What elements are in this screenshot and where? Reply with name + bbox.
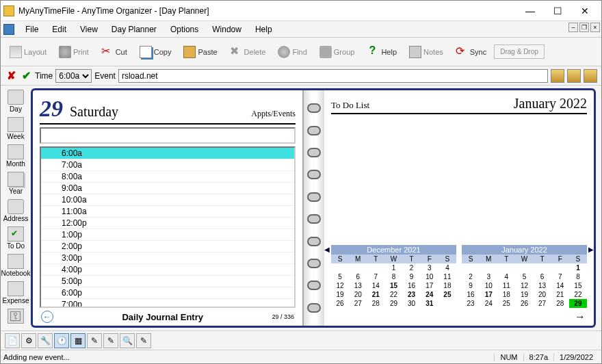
minical-day[interactable]: 1 (569, 263, 587, 272)
minical-day[interactable]: 1 (384, 263, 402, 272)
group-button[interactable]: Group (315, 42, 360, 62)
todo-body[interactable]: ◀ December 2021 SMTWTFS 1234567891011121… (331, 117, 587, 308)
minical-day[interactable]: 29 (384, 299, 402, 308)
minical-day[interactable]: 19 (515, 290, 533, 299)
delete-button[interactable]: Delete (225, 42, 271, 62)
minical-day[interactable]: 10 (421, 272, 439, 281)
minical-day[interactable]: 28 (551, 299, 569, 308)
next-day-button[interactable]: → (575, 311, 586, 323)
help-button[interactable]: Help (362, 42, 402, 62)
time-slot[interactable]: 1:00p (41, 229, 294, 241)
view-btn-9[interactable]: ✎ (136, 333, 151, 348)
menu-file[interactable]: File (18, 23, 45, 36)
minical-day[interactable]: 11 (439, 272, 456, 281)
minical-day[interactable]: 20 (534, 290, 551, 299)
minical-day[interactable]: 22 (569, 290, 587, 299)
minical-day[interactable]: 28 (367, 299, 384, 308)
view-btn-5[interactable]: ▦ (70, 333, 86, 348)
event-tool-2[interactable] (567, 69, 581, 83)
mdi-minimize[interactable]: – (568, 23, 578, 32)
minical-day[interactable]: 29 (569, 299, 587, 308)
time-slot[interactable]: 6:00a (41, 148, 294, 159)
view-btn-4[interactable]: 🕐 (54, 333, 69, 348)
close-button[interactable]: ✕ (571, 3, 599, 19)
time-slot[interactable]: 4:00p (41, 264, 294, 276)
cancel-event-button[interactable]: ✘ (5, 70, 17, 82)
sidebar-month[interactable]: Month (2, 143, 29, 170)
minical-prev-button[interactable]: ◀ (324, 246, 330, 253)
minical-day[interactable]: 22 (384, 290, 402, 299)
minical-day[interactable]: 14 (367, 281, 384, 290)
minical-day[interactable]: 8 (384, 272, 402, 281)
event-input[interactable] (118, 69, 548, 83)
prev-day-button[interactable]: ← (41, 311, 53, 323)
layout-button[interactable]: Layout (5, 42, 51, 62)
minical-day[interactable]: 14 (551, 281, 569, 290)
print-button[interactable]: Print (54, 42, 94, 62)
sidebar-todo[interactable]: To Do (2, 225, 29, 252)
minical-day[interactable]: 16 (403, 281, 421, 290)
minical-day[interactable]: 23 (462, 299, 480, 308)
event-tool-3[interactable] (584, 69, 597, 83)
minical-day[interactable]: 5 (515, 272, 533, 281)
time-slot[interactable]: 5:00p (41, 276, 294, 287)
minical-day[interactable]: 7 (551, 272, 569, 281)
minical-day[interactable]: 6 (534, 272, 551, 281)
minical-day[interactable]: 19 (331, 290, 349, 299)
minical-day[interactable]: 21 (367, 290, 384, 299)
confirm-event-button[interactable]: ✔ (20, 70, 32, 82)
minical-day[interactable]: 11 (497, 281, 515, 290)
time-slot[interactable]: 7:00a (41, 159, 294, 171)
menu-window[interactable]: Window (205, 23, 248, 36)
minical-day[interactable]: 12 (515, 281, 533, 290)
minical-day[interactable]: 18 (439, 281, 456, 290)
sync-button[interactable]: Sync (451, 42, 491, 62)
minical-day[interactable]: 10 (480, 281, 497, 290)
find-button[interactable]: Find (273, 42, 311, 62)
minical-day[interactable]: 16 (462, 290, 480, 299)
minical-day[interactable]: 15 (384, 281, 402, 290)
minical-day[interactable]: 26 (331, 299, 349, 308)
minical-day[interactable]: 3 (421, 263, 439, 272)
minical-day[interactable]: 2 (403, 263, 421, 272)
menu-edit[interactable]: Edit (45, 23, 73, 36)
menu-day-planner[interactable]: Day Planner (105, 23, 163, 36)
minical-day[interactable]: 27 (534, 299, 551, 308)
time-slot[interactable]: 8:00a (41, 171, 294, 183)
minical-day[interactable]: 24 (421, 290, 439, 299)
maximize-button[interactable]: ☐ (544, 3, 571, 19)
minical-day[interactable]: 18 (497, 290, 515, 299)
view-btn-3[interactable]: 🔧 (38, 333, 53, 348)
time-slot[interactable]: 6:00p (41, 287, 294, 299)
minical-day[interactable]: 12 (331, 281, 349, 290)
sidebar-address[interactable]: Address (2, 198, 29, 225)
journal-label[interactable]: Daily Journal Entry (53, 312, 272, 322)
minical-day[interactable]: 17 (421, 281, 439, 290)
minical-next-button[interactable]: ▶ (588, 246, 594, 253)
minical-day[interactable]: 7 (367, 272, 384, 281)
mdi-close[interactable]: × (590, 23, 600, 32)
minical-day[interactable]: 30 (403, 299, 421, 308)
sidebar-expense[interactable]: Expense (2, 280, 29, 307)
event-tool-1[interactable] (551, 69, 564, 83)
minical-day[interactable]: 27 (349, 299, 367, 308)
paste-button[interactable]: Paste (179, 42, 222, 62)
view-btn-8[interactable]: 🔍 (120, 333, 135, 348)
time-slot[interactable]: 9:00a (41, 183, 294, 194)
view-btn-1[interactable]: 📄 (5, 333, 20, 348)
sidebar-password[interactable] (2, 307, 29, 327)
minical-day[interactable]: 23 (403, 290, 421, 299)
minical-day[interactable]: 13 (534, 281, 551, 290)
minical-day[interactable]: 31 (421, 299, 439, 308)
cut-button[interactable]: Cut (96, 42, 132, 62)
minical-day[interactable]: 25 (497, 299, 515, 308)
allday-event-box[interactable] (40, 127, 296, 144)
minical-day[interactable]: 5 (331, 272, 349, 281)
minical-day[interactable]: 9 (462, 281, 480, 290)
view-btn-7[interactable]: ✎ (103, 333, 118, 348)
mdi-restore[interactable]: ❐ (579, 23, 589, 32)
menu-help[interactable]: Help (248, 23, 279, 36)
minical-day[interactable]: 8 (569, 272, 587, 281)
time-slot[interactable]: 3:00p (41, 252, 294, 264)
copy-button[interactable]: Copy (135, 42, 176, 62)
